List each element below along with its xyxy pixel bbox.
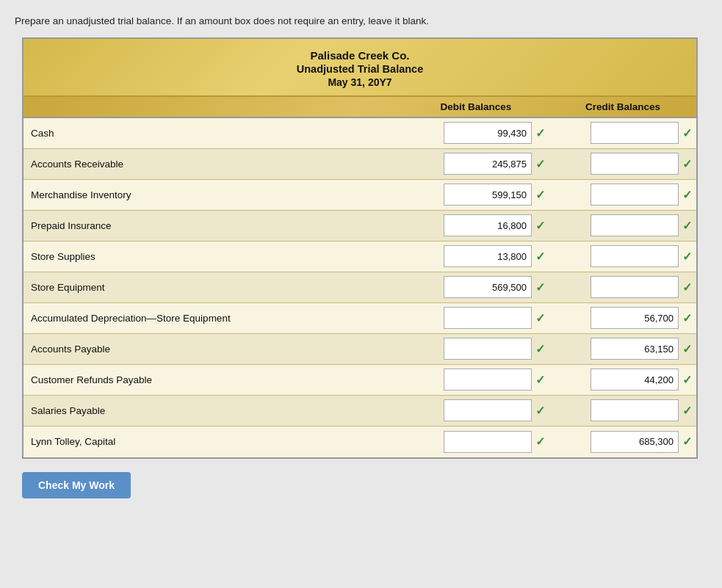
credit-cell[interactable]: ✓ xyxy=(549,211,696,239)
debit-cell[interactable]: ✓ xyxy=(402,119,549,147)
credit-input[interactable] xyxy=(591,338,679,360)
debit-input[interactable] xyxy=(444,369,532,391)
debit-input[interactable] xyxy=(444,214,532,236)
table-row: Accounts Receivable✓✓ xyxy=(24,149,696,180)
data-rows: Cash✓✓Accounts Receivable✓✓Merchandise I… xyxy=(24,118,696,457)
debit-checkmark: ✓ xyxy=(535,219,545,233)
credit-col-header: Credit Balances xyxy=(549,101,696,112)
debit-input[interactable] xyxy=(444,184,532,206)
credit-input[interactable] xyxy=(591,307,679,329)
account-name: Accumulated Depreciation—Store Equipment xyxy=(24,307,402,330)
debit-checkmark: ✓ xyxy=(535,126,545,140)
account-name: Salaries Payable xyxy=(24,399,402,422)
account-name: Prepaid Insurance xyxy=(24,214,402,237)
account-name: Store Equipment xyxy=(24,276,402,299)
credit-input[interactable] xyxy=(591,431,679,453)
credit-input[interactable] xyxy=(591,399,679,421)
table-row: Lynn Tolley, Capital✓✓ xyxy=(24,427,696,457)
debit-input[interactable] xyxy=(444,431,532,453)
trial-balance-table: Palisade Creek Co. Unadjusted Trial Bala… xyxy=(22,37,698,459)
credit-checkmark: ✓ xyxy=(682,404,692,418)
account-name: Lynn Tolley, Capital xyxy=(24,430,402,453)
credit-checkmark: ✓ xyxy=(682,219,692,233)
credit-checkmark: ✓ xyxy=(682,126,692,140)
credit-cell[interactable]: ✓ xyxy=(549,119,696,147)
debit-cell[interactable]: ✓ xyxy=(402,428,549,456)
account-name: Accounts Receivable xyxy=(24,153,402,175)
debit-cell[interactable]: ✓ xyxy=(402,181,549,208)
credit-input[interactable] xyxy=(591,276,679,298)
account-name: Store Supplies xyxy=(24,245,402,268)
debit-cell[interactable]: ✓ xyxy=(402,304,549,332)
debit-checkmark: ✓ xyxy=(535,311,545,325)
credit-cell[interactable]: ✓ xyxy=(549,273,696,301)
credit-checkmark: ✓ xyxy=(682,280,692,294)
credit-checkmark: ✓ xyxy=(682,311,692,325)
credit-cell[interactable]: ✓ xyxy=(549,242,696,270)
credit-input[interactable] xyxy=(591,153,679,175)
credit-cell[interactable]: ✓ xyxy=(549,150,696,178)
credit-cell[interactable]: ✓ xyxy=(549,366,696,393)
debit-cell[interactable]: ✓ xyxy=(402,273,549,301)
credit-checkmark: ✓ xyxy=(682,342,692,356)
debit-input[interactable] xyxy=(444,307,532,329)
credit-checkmark: ✓ xyxy=(682,435,692,449)
table-row: Store Equipment✓✓ xyxy=(24,272,696,303)
instruction-text: Prepare an unadjusted trial balance. If … xyxy=(15,15,707,29)
debit-checkmark: ✓ xyxy=(535,188,545,202)
column-headers: Debit Balances Credit Balances xyxy=(24,97,696,118)
credit-input[interactable] xyxy=(591,369,679,391)
debit-input[interactable] xyxy=(444,399,532,421)
credit-input[interactable] xyxy=(591,245,679,267)
debit-input[interactable] xyxy=(444,245,532,267)
debit-cell[interactable]: ✓ xyxy=(402,335,549,363)
credit-checkmark: ✓ xyxy=(682,188,692,202)
debit-checkmark: ✓ xyxy=(535,404,545,418)
debit-checkmark: ✓ xyxy=(535,280,545,294)
credit-checkmark: ✓ xyxy=(682,250,692,264)
table-row: Accounts Payable✓✓ xyxy=(24,334,696,365)
debit-cell[interactable]: ✓ xyxy=(402,396,549,424)
debit-checkmark: ✓ xyxy=(535,342,545,356)
account-name: Merchandise Inventory xyxy=(24,184,402,206)
debit-input[interactable] xyxy=(444,153,532,175)
table-row: Merchandise Inventory✓✓ xyxy=(24,180,696,211)
debit-col-header: Debit Balances xyxy=(402,101,549,112)
account-name: Accounts Payable xyxy=(24,338,402,360)
table-row: Prepaid Insurance✓✓ xyxy=(24,211,696,242)
credit-cell[interactable]: ✓ xyxy=(549,181,696,208)
table-row: Accumulated Depreciation—Store Equipment… xyxy=(24,303,696,334)
credit-cell[interactable]: ✓ xyxy=(549,335,696,363)
credit-input[interactable] xyxy=(591,184,679,206)
credit-checkmark: ✓ xyxy=(682,157,692,171)
table-row: Store Supplies✓✓ xyxy=(24,242,696,272)
debit-checkmark: ✓ xyxy=(535,157,545,171)
credit-checkmark: ✓ xyxy=(682,373,692,387)
credit-input[interactable] xyxy=(591,214,679,236)
debit-checkmark: ✓ xyxy=(535,435,545,449)
report-title: Unadjusted Trial Balance xyxy=(31,63,689,75)
account-name: Cash xyxy=(24,122,402,145)
credit-cell[interactable]: ✓ xyxy=(549,396,696,424)
table-row: Cash✓✓ xyxy=(24,118,696,149)
report-date: May 31, 20Y7 xyxy=(31,76,689,88)
check-my-work-button[interactable]: Check My Work xyxy=(22,472,131,498)
debit-cell[interactable]: ✓ xyxy=(402,366,549,393)
table-header: Palisade Creek Co. Unadjusted Trial Bala… xyxy=(24,39,696,97)
debit-input[interactable] xyxy=(444,338,532,360)
table-row: Customer Refunds Payable✓✓ xyxy=(24,365,696,396)
debit-cell[interactable]: ✓ xyxy=(402,242,549,270)
debit-cell[interactable]: ✓ xyxy=(402,150,549,178)
table-row: Salaries Payable✓✓ xyxy=(24,396,696,427)
debit-input[interactable] xyxy=(444,276,532,298)
debit-checkmark: ✓ xyxy=(535,373,545,387)
company-name: Palisade Creek Co. xyxy=(31,49,689,62)
debit-input[interactable] xyxy=(444,122,532,144)
credit-input[interactable] xyxy=(591,122,679,144)
debit-checkmark: ✓ xyxy=(535,250,545,264)
debit-cell[interactable]: ✓ xyxy=(402,211,549,239)
credit-cell[interactable]: ✓ xyxy=(549,304,696,332)
credit-cell[interactable]: ✓ xyxy=(549,428,696,456)
account-name: Customer Refunds Payable xyxy=(24,369,402,391)
